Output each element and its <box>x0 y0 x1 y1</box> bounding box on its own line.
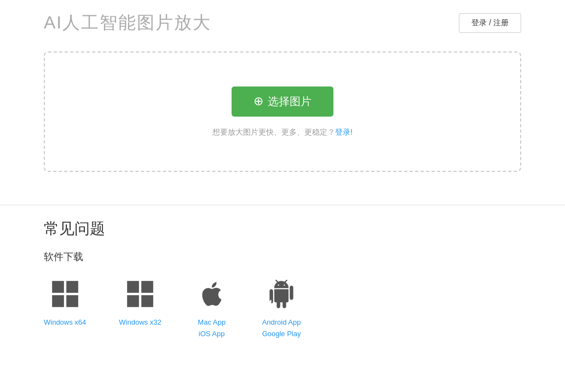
windows-x32-label: Windows x32 <box>119 317 161 328</box>
login-hint-link[interactable]: 登录! <box>335 128 353 136</box>
apple-icon <box>198 280 226 308</box>
login-register-button[interactable]: 登录 / 注册 <box>459 13 521 33</box>
upload-hint: 想要放大图片更快、更多、更稳定？登录! <box>212 128 353 137</box>
android-icon <box>267 280 296 308</box>
section-divider <box>0 205 565 205</box>
download-mac-ios[interactable]: Mac AppiOS App <box>194 276 229 340</box>
svg-rect-5 <box>141 281 153 293</box>
svg-rect-3 <box>66 295 78 307</box>
android-label: Android AppGoogle Play <box>262 317 301 340</box>
download-windows-x32[interactable]: Windows x32 <box>119 276 161 328</box>
select-image-button[interactable]: ⊕ 选择图片 <box>232 87 333 117</box>
faq-title: 常见问题 <box>44 218 521 239</box>
download-grid: Windows x64 Windows x32 Mac AppiOS Ap <box>44 276 521 340</box>
svg-rect-7 <box>141 295 153 307</box>
windows-x32-icon-wrapper <box>123 276 158 312</box>
header: AI人工智能图片放大 登录 / 注册 <box>0 0 565 41</box>
download-windows-x64[interactable]: Windows x64 <box>44 276 86 328</box>
download-android[interactable]: Android AppGoogle Play <box>262 276 301 340</box>
apple-icon-wrapper <box>194 276 229 312</box>
svg-rect-2 <box>52 295 64 307</box>
page-title: AI人工智能图片放大 <box>44 11 211 35</box>
main-content: ⊕ 选择图片 想要放大图片更快、更多、更稳定？登录! <box>0 41 565 199</box>
svg-rect-4 <box>127 281 139 293</box>
upload-area: ⊕ 选择图片 想要放大图片更快、更多、更稳定？登录! <box>44 51 521 172</box>
windows-icon <box>51 280 79 308</box>
plus-circle-icon: ⊕ <box>253 94 263 108</box>
windows-icon <box>126 280 154 308</box>
android-icon-wrapper <box>264 276 299 312</box>
download-section-title: 软件下载 <box>44 250 521 263</box>
mac-ios-label: Mac AppiOS App <box>198 317 226 340</box>
svg-rect-1 <box>66 281 78 293</box>
windows-x64-icon-wrapper <box>48 276 83 312</box>
faq-section: 常见问题 软件下载 Windows x64 <box>0 218 565 356</box>
windows-x64-label: Windows x64 <box>44 317 86 328</box>
svg-rect-0 <box>52 281 64 293</box>
svg-rect-6 <box>127 295 139 307</box>
